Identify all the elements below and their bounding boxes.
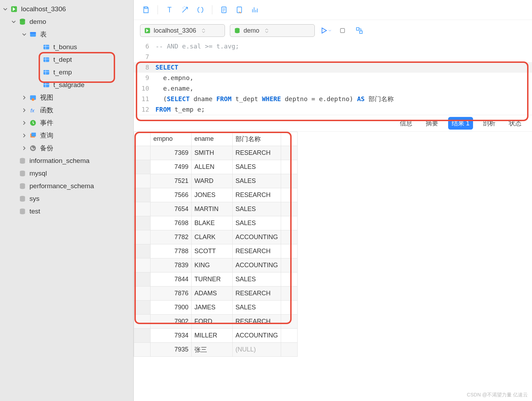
tree-db-mysql[interactable]: mysql xyxy=(0,167,133,180)
connection-label: localhost_3306 xyxy=(21,5,66,13)
chevron-right-icon xyxy=(21,120,27,126)
save-icon[interactable] xyxy=(140,4,152,16)
chevron-down-icon xyxy=(21,31,27,38)
svg-rect-29 xyxy=(357,28,359,30)
sql-editor[interactable]: 6-- AND e.sal >= t.avg;78SELECT9 e.empno… xyxy=(134,41,532,115)
svg-rect-21 xyxy=(145,7,147,9)
explain-icon[interactable] xyxy=(353,25,365,37)
table-row[interactable]: 7902FORDRESEARCH xyxy=(134,315,298,329)
run-button[interactable] xyxy=(320,25,332,37)
col-empno[interactable]: empno xyxy=(151,132,192,146)
table-label: t_bonus xyxy=(53,43,77,51)
tree-db-demo[interactable]: demo xyxy=(0,15,133,28)
col-部门名称[interactable]: 部门名称 xyxy=(233,132,281,146)
tree-db-performance_schema[interactable]: performance_schema xyxy=(0,180,133,192)
chevron-right-icon xyxy=(21,107,27,113)
svg-rect-30 xyxy=(360,31,362,33)
db-label: mysql xyxy=(29,170,47,177)
tree-views[interactable]: 视图 xyxy=(0,91,133,104)
brackets-icon[interactable] xyxy=(194,4,206,16)
database-icon xyxy=(234,27,241,34)
tree-queries[interactable]: 查询 xyxy=(0,129,133,142)
table-row[interactable]: 7844TURNERSALES xyxy=(134,272,298,287)
tree-functions[interactable]: fx函数 xyxy=(0,104,133,117)
stop-button[interactable] xyxy=(337,25,348,37)
svg-text:fx: fx xyxy=(31,108,35,113)
database-selector[interactable]: demo xyxy=(230,24,315,37)
table-row[interactable]: 7934MILLERACCOUNTING xyxy=(134,329,298,343)
table-label: t_salgrade xyxy=(53,81,85,89)
svg-rect-4 xyxy=(30,32,36,34)
tree-events[interactable]: 事件 xyxy=(0,117,133,129)
table-row[interactable]: 7839KINGACCOUNTING xyxy=(134,258,298,272)
table-icon xyxy=(42,81,51,89)
table-label: t_dept xyxy=(53,56,72,64)
svg-rect-5 xyxy=(44,45,49,50)
table-row[interactable]: 7369SMITHRESEARCH xyxy=(134,146,298,160)
tables-label: 表 xyxy=(40,30,47,39)
row-header xyxy=(134,132,151,146)
folder-label: 视图 xyxy=(40,93,53,102)
views-icon xyxy=(29,93,37,102)
table-row[interactable]: 7782CLARKACCOUNTING xyxy=(134,230,298,244)
tab-profile[interactable]: 剖析 xyxy=(479,117,499,130)
tree-table-t_bonus[interactable]: t_bonus xyxy=(0,41,133,53)
svg-rect-14 xyxy=(31,133,36,137)
results-table[interactable]: empnoename部门名称7369SMITHRESEARCH7499ALLEN… xyxy=(134,132,298,357)
chart-icon[interactable] xyxy=(249,4,261,16)
tab-summary[interactable]: 摘要 xyxy=(422,117,442,130)
db-label: performance_schema xyxy=(29,182,94,190)
tree-connection[interactable]: localhost_3306 xyxy=(0,3,133,15)
result-tabs: 信息 摘要 结果 1 剖析 状态 xyxy=(134,115,532,132)
db-label: test xyxy=(29,208,40,215)
database-icon xyxy=(18,18,27,26)
chevron-right-icon xyxy=(21,145,27,151)
table-row[interactable]: 7788SCOTTRESEARCH xyxy=(134,244,298,258)
tree-db-information_schema[interactable]: information_schema xyxy=(0,155,133,167)
table-row[interactable]: 7876ADAMSRESEARCH xyxy=(134,287,298,301)
toolbar xyxy=(134,0,532,20)
connection-selector[interactable]: localhost_3306 xyxy=(140,24,225,37)
chevron-right-icon xyxy=(21,132,27,139)
table-row[interactable]: 7698BLAKESALES xyxy=(134,216,298,230)
col-ename[interactable]: ename xyxy=(192,132,233,146)
table-icon xyxy=(42,68,51,77)
table-label: t_emp xyxy=(53,68,72,76)
document-icon[interactable] xyxy=(218,4,230,16)
tree-table-t_salgrade[interactable]: t_salgrade xyxy=(0,79,133,91)
main-area: localhost_3306 demo 6-- AND e.sal >= t.a… xyxy=(134,0,532,401)
database-icon xyxy=(18,182,27,190)
tree-table-t_emp[interactable]: t_emp xyxy=(0,66,133,79)
export-icon[interactable] xyxy=(233,4,245,16)
tree-db-test[interactable]: test xyxy=(0,205,133,218)
table-row[interactable]: 7935张三(NULL) xyxy=(134,343,298,357)
queries-icon xyxy=(29,131,37,140)
database-icon xyxy=(18,169,27,178)
svg-rect-7 xyxy=(44,70,49,75)
table-row[interactable]: 7900JAMESSALES xyxy=(134,301,298,315)
tree-db-sys[interactable]: sys xyxy=(0,192,133,205)
chevron-down-icon xyxy=(11,19,17,25)
selector-row: localhost_3306 demo xyxy=(134,20,532,41)
tab-result[interactable]: 结果 1 xyxy=(448,117,473,130)
db-label: demo xyxy=(29,18,46,26)
table-row[interactable]: 7654MARTINSALES xyxy=(134,202,298,216)
svg-rect-6 xyxy=(44,58,49,62)
connection-icon xyxy=(10,5,18,13)
folder-label: 查询 xyxy=(40,131,53,140)
table-row[interactable]: 7566JONESRESEARCH xyxy=(134,188,298,202)
tree-table-t_dept[interactable]: t_dept xyxy=(0,53,133,66)
svg-rect-8 xyxy=(44,83,49,87)
db-label: sys xyxy=(29,195,40,203)
tab-info[interactable]: 信息 xyxy=(396,117,416,130)
svg-point-23 xyxy=(184,6,185,7)
table-row[interactable]: 7499ALLENSALES xyxy=(134,160,298,174)
tree-tables-folder[interactable]: 表 xyxy=(0,28,133,41)
table-icon xyxy=(42,43,51,51)
watermark: CSDN @不渴望力量 亿速云 xyxy=(467,392,528,398)
format-icon[interactable] xyxy=(164,4,175,16)
tab-status[interactable]: 状态 xyxy=(505,117,525,130)
table-row[interactable]: 7521WARDSALES xyxy=(134,174,298,188)
tree-backups[interactable]: 备份 xyxy=(0,142,133,155)
magic-icon[interactable] xyxy=(179,4,191,16)
